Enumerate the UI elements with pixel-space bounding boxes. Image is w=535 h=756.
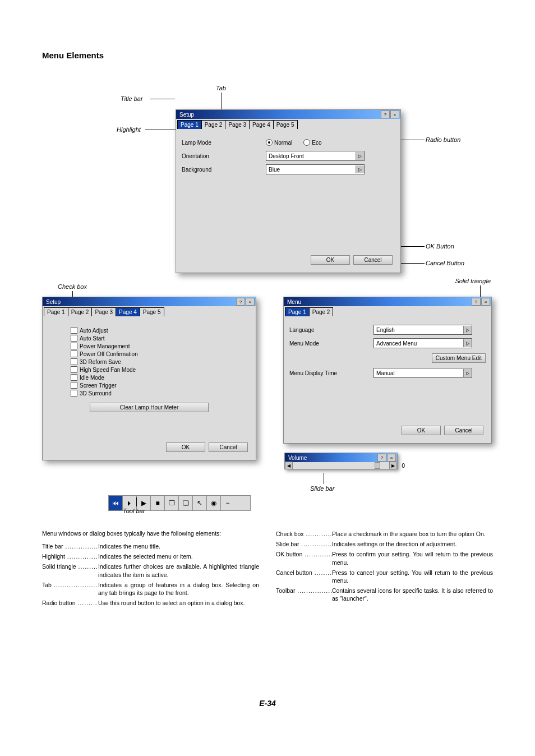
cb-idle-mode[interactable]: Idle Mode — [71, 374, 250, 381]
orientation-value: Desktop Front — [269, 153, 304, 159]
dialog-setup-page1: Setup ? × Page 1 Page 2 Page 3 Page 4 Pa… — [176, 109, 401, 273]
help-icon[interactable]: ? — [381, 110, 390, 118]
callout-cancel: Cancel Button — [426, 260, 464, 266]
callout-title-bar: Title bar — [121, 95, 143, 102]
callout-radio: Radio button — [426, 136, 460, 143]
toolbar-pointer-icon[interactable]: ↖ — [193, 496, 207, 510]
callout-slide-bar: Slide bar — [310, 485, 334, 492]
cb-auto-adjust[interactable]: Auto Adjust — [71, 326, 250, 334]
arrow-left-icon[interactable]: ◀ — [285, 462, 293, 469]
language-label: Language — [289, 327, 373, 333]
cb-power-off-conf[interactable]: Power Off Confirmation — [71, 350, 250, 358]
toolbar-windows-icon[interactable]: ❏ — [179, 496, 193, 510]
dialog-setup-page4: Setup ? × Page 1 Page 2 Page 3 Page 4 Pa… — [42, 297, 256, 460]
cb-power-mgmt[interactable]: Power Management — [71, 342, 250, 350]
toolbar-stop-icon[interactable]: ■ — [151, 496, 165, 510]
radio-eco-label: Eco — [312, 140, 321, 146]
d2-tab-1[interactable]: Page 1 — [44, 307, 68, 316]
radio-normal-label: Normal — [274, 140, 292, 146]
radio-eco[interactable]: Eco — [303, 139, 321, 146]
d3-tab-2[interactable]: Page 2 — [309, 307, 334, 316]
definition-row: Check boxPlace a checkmark in the square… — [276, 530, 493, 538]
dialog3-title: Menu — [285, 299, 472, 305]
volume-title: Volume — [286, 455, 377, 461]
menu-mode-dropdown[interactable]: Advanced Menu▷ — [373, 338, 472, 348]
definition-row: HighlightIndicates the selected menu or … — [42, 552, 259, 560]
tab-page1[interactable]: Page 1 — [177, 120, 202, 129]
orientation-dropdown[interactable]: Desktop Front▷ — [266, 151, 365, 161]
cb-fan-mode[interactable]: High Speed Fan Mode — [71, 366, 250, 374]
toolbar-minus-icon[interactable]: − — [221, 496, 234, 510]
callout-checkbox: Check box — [58, 283, 87, 290]
tab-page5[interactable]: Page 5 — [273, 120, 298, 129]
cb-screen-trigger[interactable]: Screen Trigger — [71, 381, 250, 389]
checkbox-list: Auto Adjust Auto Start Power Management … — [71, 326, 250, 397]
display-time-label: Menu Display Time — [289, 370, 373, 376]
dialog-menu: Menu ? × Page 1 Page 2 Language English▷… — [283, 297, 492, 444]
dialog1-title: Setup — [177, 112, 381, 118]
definitions: Menu windows or dialog boxes typically h… — [42, 530, 493, 609]
tab-page2[interactable]: Page 2 — [201, 120, 226, 129]
d2-tab-2[interactable]: Page 2 — [68, 307, 93, 316]
chevron-right-icon: ▷ — [463, 326, 472, 334]
arrow-right-icon[interactable]: ▶ — [389, 462, 397, 469]
tab-page3[interactable]: Page 3 — [225, 120, 250, 129]
dialog1-tabs: Page 1 Page 2 Page 3 Page 4 Page 5 — [176, 119, 400, 129]
definition-row: Solid triangleIndicates further choices … — [42, 563, 259, 578]
cancel-button[interactable]: Cancel — [353, 255, 393, 265]
custom-menu-edit-button[interactable]: Custom Menu Edit — [432, 353, 486, 363]
main-diagram: Title bar Tab Highlight Radio button OK … — [53, 70, 502, 278]
dialog-volume: Volume ? × ◀ ▶ 0 — [284, 453, 398, 469]
lead-in: Menu windows or dialog boxes typically h… — [42, 530, 259, 537]
definition-row: Slide barIndicates settings or the direc… — [276, 540, 493, 548]
toolbar-window-icon[interactable]: ❐ — [165, 496, 179, 510]
toolbar-skip-back-icon[interactable]: ⏮ — [109, 496, 123, 510]
page-number: E-34 — [42, 699, 493, 708]
chevron-right-icon: ▷ — [356, 165, 364, 173]
close-icon[interactable]: × — [390, 110, 399, 118]
d3-ok-button[interactable]: OK — [402, 426, 441, 435]
background-label: Background — [182, 167, 266, 173]
close-icon[interactable]: × — [387, 454, 396, 462]
cb-3d-reform[interactable]: 3D Reform Save — [71, 358, 250, 366]
slider-value: 0 — [402, 463, 405, 469]
definition-row: Cancel buttonPress to cancel your settin… — [276, 569, 493, 584]
display-time-dropdown[interactable]: Manual▷ — [373, 368, 472, 378]
definition-row: TabIndicates a group of features in a di… — [42, 581, 259, 597]
language-dropdown[interactable]: English▷ — [373, 325, 472, 335]
slider[interactable]: ◀ ▶ 0 — [285, 462, 397, 469]
d2-cancel-button[interactable]: Cancel — [209, 442, 248, 452]
d2-ok-button[interactable]: OK — [166, 442, 205, 452]
toolbar-globe-icon[interactable]: ◉ — [207, 496, 221, 510]
background-value: Blue — [269, 167, 280, 173]
callout-tab: Tab — [216, 85, 226, 91]
radio-normal[interactable]: Normal — [266, 139, 292, 146]
definition-row: Radio buttonUse this round button to sel… — [42, 599, 259, 607]
background-dropdown[interactable]: Blue▷ — [266, 164, 365, 174]
dialog2-title: Setup — [44, 299, 236, 305]
d3-cancel-button[interactable]: Cancel — [444, 426, 483, 435]
definition-row: ToolbarContains several icons for specif… — [276, 587, 493, 602]
close-icon[interactable]: × — [246, 298, 255, 306]
cb-auto-start[interactable]: Auto Start — [71, 334, 250, 342]
help-icon[interactable]: ? — [377, 454, 386, 462]
d2-tab-5[interactable]: Page 5 — [140, 307, 164, 316]
definition-row: OK buttonPress to confirm your setting. … — [276, 550, 493, 566]
cb-3d-surround[interactable]: 3D Surround — [71, 389, 250, 397]
chevron-right-icon: ▷ — [463, 339, 472, 347]
lamp-mode-label: Lamp Mode — [182, 140, 266, 146]
close-icon[interactable]: × — [481, 298, 490, 306]
clear-lamp-button[interactable]: Clear Lamp Hour Meter — [90, 403, 209, 412]
d3-tab-1[interactable]: Page 1 — [285, 307, 310, 316]
slider-thumb[interactable] — [375, 462, 380, 469]
tab-page4[interactable]: Page 4 — [249, 120, 274, 129]
help-icon[interactable]: ? — [472, 298, 481, 306]
d2-tab-4[interactable]: Page 4 — [116, 307, 140, 316]
ok-button[interactable]: OK — [311, 255, 350, 265]
callout-ok: OK Button — [426, 243, 454, 250]
help-icon[interactable]: ? — [236, 298, 245, 306]
orientation-label: Orientation — [182, 153, 266, 159]
menu-mode-label: Menu Mode — [289, 340, 373, 347]
d2-tab-3[interactable]: Page 3 — [91, 307, 116, 316]
chevron-right-icon: ▷ — [463, 369, 472, 377]
